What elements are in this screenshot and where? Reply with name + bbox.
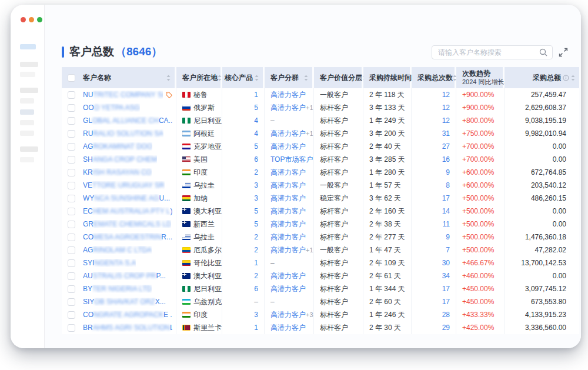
- sort-caret-icon[interactable]: [255, 75, 259, 81]
- segment-link[interactable]: TOP市场客户: [270, 155, 313, 165]
- core-products-count[interactable]: 2: [254, 272, 258, 280]
- purchase-count-link[interactable]: 12: [442, 104, 450, 112]
- purchase-count-link[interactable]: 30: [442, 259, 450, 267]
- purchase-count-link[interactable]: 17: [442, 298, 450, 306]
- core-products-count[interactable]: 5: [254, 142, 258, 151]
- core-products-count[interactable]: 5: [254, 207, 258, 215]
- sort-caret-icon[interactable]: [218, 75, 222, 81]
- customer-name-link[interactable]: NUTRITEC COMPANY SA: [83, 91, 163, 99]
- core-products-count[interactable]: 2: [254, 233, 258, 241]
- column-header-count-trend[interactable]: 次数趋势2024 同比增长率: [456, 67, 503, 88]
- segment-link[interactable]: 高潜力客户: [270, 219, 306, 229]
- close-window-button[interactable]: [21, 17, 26, 22]
- column-header-segment[interactable]: 客户分群: [265, 67, 312, 88]
- search-box[interactable]: [432, 45, 553, 59]
- row-checkbox[interactable]: [68, 246, 75, 254]
- row-checkbox[interactable]: [68, 272, 75, 280]
- sidebar-item[interactable]: [20, 62, 38, 67]
- segment-link[interactable]: 高潜力客户: [270, 310, 306, 320]
- segment-link[interactable]: 高潜力客户: [270, 90, 306, 100]
- row-checkbox[interactable]: [68, 117, 75, 125]
- column-header-purchase-duration[interactable]: 采购持续时间: [363, 67, 410, 88]
- customer-name-link[interactable]: OOO YETPA ASG: [83, 104, 140, 112]
- row-checkbox[interactable]: [68, 259, 75, 267]
- core-products-count[interactable]: 4: [254, 129, 258, 138]
- customer-name-link[interactable]: AUSTRALIS CROP PRP...: [83, 272, 166, 280]
- core-products-count[interactable]: 3: [254, 311, 258, 319]
- row-checkbox[interactable]: [68, 143, 75, 151]
- purchase-count-link[interactable]: 12: [442, 91, 450, 99]
- segment-link[interactable]: 高潜力客户: [270, 129, 306, 139]
- row-checkbox[interactable]: [68, 234, 75, 241]
- customer-name-link[interactable]: KRISH RASAYAN CO: [83, 168, 152, 176]
- sidebar-item[interactable]: [20, 157, 34, 162]
- customer-name-link[interactable]: CONGRATE AGROPACKE ...: [83, 311, 172, 319]
- row-checkbox[interactable]: [68, 285, 75, 293]
- sidebar-item[interactable]: [20, 109, 34, 115]
- customer-name-link[interactable]: AGROKAMINAT DOO: [83, 142, 152, 151]
- segment-link[interactable]: 高潜力客户: [270, 142, 306, 152]
- row-checkbox[interactable]: [68, 208, 75, 215]
- segment-link[interactable]: 高潜力客户: [270, 284, 306, 294]
- info-icon[interactable]: [563, 75, 569, 81]
- fullscreen-expand-icon[interactable]: [559, 48, 568, 57]
- sidebar-item[interactable]: [20, 131, 34, 136]
- segment-link[interactable]: 高潜力客户: [270, 232, 306, 242]
- sort-caret-icon[interactable]: [304, 75, 308, 81]
- customer-name-link[interactable]: ECHEM AUSTRALIA PTY L): [83, 207, 172, 215]
- sidebar-item[interactable]: [20, 146, 38, 152]
- core-products-count[interactable]: 2: [254, 168, 258, 176]
- core-products-count[interactable]: 1: [254, 259, 258, 267]
- purchase-count-link[interactable]: 7: [446, 246, 450, 254]
- sidebar-item[interactable]: [20, 72, 35, 77]
- purchase-count-link[interactable]: 17: [442, 285, 450, 293]
- customer-name-link[interactable]: BRAHMS AGRI SOLUTION LTD: [83, 324, 172, 332]
- customer-name-link[interactable]: SIYOB SHAVKAT ORZX...: [83, 298, 166, 306]
- segment-link[interactable]: 高潜力客户: [270, 245, 306, 255]
- sort-caret-icon[interactable]: [571, 75, 575, 81]
- purchase-count-link[interactable]: 12: [442, 116, 450, 125]
- column-header-value-tier[interactable]: 客户价值分层: [314, 67, 362, 88]
- customer-name-link[interactable]: GLOBAL ALLIANCE CHCA...: [83, 116, 172, 125]
- column-header-purchase-total[interactable]: 采购总额: [505, 67, 579, 88]
- customer-name-link[interactable]: GREMATE CHEMICALS LD: [83, 220, 171, 228]
- core-products-count[interactable]: 6: [254, 285, 258, 293]
- customer-name-link[interactable]: RURALIO SOLUTION SA: [83, 129, 163, 138]
- sidebar-item-active[interactable]: [20, 44, 36, 49]
- customer-name-link[interactable]: COMESA AGROESTRINR...: [83, 233, 172, 241]
- row-checkbox[interactable]: [68, 91, 75, 99]
- segment-link[interactable]: 高潜力客户: [270, 323, 306, 333]
- purchase-count-link[interactable]: 9: [446, 168, 450, 176]
- core-products-count[interactable]: 5: [254, 220, 258, 228]
- purchase-count-link[interactable]: 9: [446, 233, 450, 241]
- row-checkbox[interactable]: [68, 169, 75, 176]
- row-checkbox[interactable]: [68, 311, 75, 319]
- core-products-count[interactable]: 5: [254, 104, 258, 112]
- purchase-count-link[interactable]: 17: [442, 194, 450, 202]
- row-checkbox[interactable]: [68, 324, 75, 332]
- row-checkbox[interactable]: [68, 195, 75, 202]
- segment-link[interactable]: 高潜力客户: [270, 206, 306, 216]
- purchase-count-link[interactable]: 14: [442, 207, 450, 215]
- purchase-count-link[interactable]: 28: [442, 311, 450, 319]
- core-products-count[interactable]: 1: [254, 91, 258, 99]
- sidebar-item[interactable]: [20, 98, 34, 104]
- sidebar-item[interactable]: [20, 88, 38, 93]
- purchase-count-link[interactable]: 34: [442, 272, 450, 280]
- row-checkbox[interactable]: [68, 298, 75, 306]
- segment-link[interactable]: 高潜力客户: [270, 194, 306, 204]
- row-checkbox[interactable]: [68, 104, 75, 112]
- purchase-count-link[interactable]: 11: [443, 220, 450, 228]
- purchase-count-link[interactable]: 16: [442, 155, 450, 164]
- segment-link[interactable]: 高潜力客户: [270, 181, 306, 191]
- core-products-count[interactable]: 3: [254, 181, 258, 189]
- purchase-count-link[interactable]: 8: [446, 181, 450, 189]
- segment-link[interactable]: 高潜力客户: [270, 271, 306, 281]
- purchase-count-link[interactable]: 31: [442, 129, 450, 138]
- zoom-window-button[interactable]: [37, 17, 42, 22]
- customer-name-link[interactable]: WYNCA SUNSHINE AGU...: [83, 194, 170, 202]
- sort-caret-icon[interactable]: [166, 75, 171, 81]
- core-products-count[interactable]: 4: [254, 116, 258, 125]
- customer-name-link[interactable]: AGRINOLAM C LTDA: [83, 246, 152, 254]
- segment-link[interactable]: 高潜力客户: [270, 168, 306, 178]
